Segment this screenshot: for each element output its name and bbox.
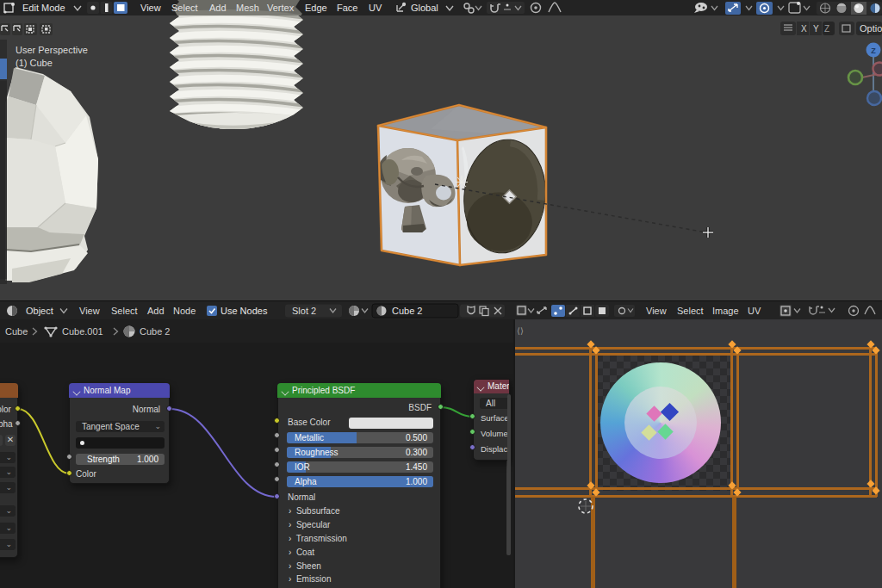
svg-text:Cube 2: Cube 2 bbox=[392, 306, 422, 316]
svg-text:Object: Object bbox=[26, 306, 53, 316]
svg-text:UV: UV bbox=[369, 3, 382, 13]
svg-text:Mesh: Mesh bbox=[236, 3, 259, 13]
svg-text:Select: Select bbox=[171, 3, 198, 13]
svg-text:Image: Image bbox=[712, 306, 739, 316]
svg-text:Node: Node bbox=[173, 306, 196, 316]
svg-text:View: View bbox=[140, 3, 161, 13]
svg-text:Vertex: Vertex bbox=[267, 3, 295, 13]
svg-text:View: View bbox=[646, 306, 667, 316]
svg-text:Cube 2: Cube 2 bbox=[140, 326, 170, 337]
svg-text:Select: Select bbox=[111, 306, 138, 316]
svg-text:Edge: Edge bbox=[305, 3, 327, 13]
svg-text:(1) Cube: (1) Cube bbox=[16, 58, 53, 68]
svg-text:Optio: Optio bbox=[860, 23, 882, 34]
svg-text:Z: Z bbox=[871, 46, 876, 55]
svg-text:Face: Face bbox=[337, 3, 357, 13]
svg-text:Cube: Cube bbox=[5, 326, 28, 337]
svg-text:User Perspective: User Perspective bbox=[16, 45, 88, 55]
svg-text:Add: Add bbox=[209, 3, 227, 13]
svg-text:Z: Z bbox=[824, 24, 829, 34]
svg-text:Cube.001: Cube.001 bbox=[62, 326, 103, 337]
svg-text:Add: Add bbox=[147, 306, 165, 316]
svg-text:View: View bbox=[79, 306, 100, 316]
svg-text:UV: UV bbox=[748, 306, 761, 316]
svg-text:Slot 2: Slot 2 bbox=[292, 306, 316, 316]
svg-text:Select: Select bbox=[677, 306, 704, 316]
svg-text:Use Nodes: Use Nodes bbox=[220, 306, 268, 316]
svg-text:X: X bbox=[801, 24, 807, 34]
svg-text:Y: Y bbox=[813, 24, 819, 34]
svg-text:Global: Global bbox=[411, 3, 438, 13]
svg-text:Edit Mode: Edit Mode bbox=[22, 3, 65, 13]
